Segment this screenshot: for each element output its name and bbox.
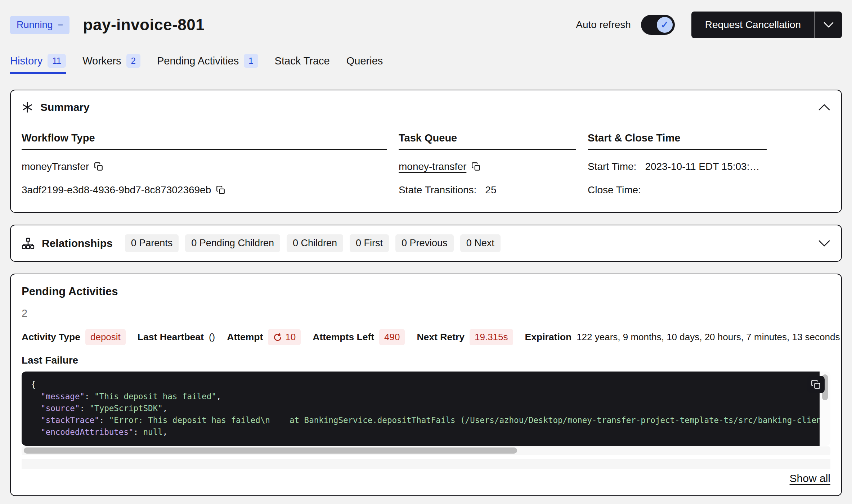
workflow-type-row: moneyTransfer bbox=[22, 160, 387, 174]
copy-button[interactable] bbox=[216, 185, 225, 195]
attempt-badge: 10 bbox=[268, 329, 301, 345]
pending-activities-card: Pending Activities 2 Activity Type depos… bbox=[10, 274, 842, 496]
tab-pending-activities-label: Pending Activities bbox=[157, 55, 239, 67]
attempt-field: Attempt 10 bbox=[227, 329, 301, 345]
json-value: null bbox=[143, 427, 163, 437]
tab-workers-count: 2 bbox=[126, 54, 140, 68]
request-cancellation-split-button: Request Cancellation bbox=[691, 12, 842, 38]
first-badge: 0 First bbox=[350, 234, 389, 252]
status-dash-icon bbox=[58, 24, 63, 26]
code-line bbox=[31, 392, 41, 401]
attempts-left-label: Attempts Left bbox=[313, 332, 374, 343]
json-sep: : bbox=[133, 427, 143, 437]
collapsed-row bbox=[22, 459, 830, 469]
activity-type-label: Activity Type bbox=[22, 332, 80, 343]
children-badge: 0 Children bbox=[287, 234, 343, 252]
times-column: Start & Close Time Start Time: 2023-10-1… bbox=[588, 132, 767, 197]
show-all-link[interactable]: Show all bbox=[790, 472, 830, 484]
next-retry-label: Next Retry bbox=[417, 332, 465, 343]
expiration-value: 122 years, 9 months, 10 days, 20 hours, … bbox=[577, 332, 840, 343]
json-key: "message" bbox=[41, 392, 85, 401]
json-sep: : bbox=[80, 404, 89, 413]
summary-collapse-button[interactable] bbox=[818, 104, 830, 111]
copy-icon bbox=[216, 185, 225, 195]
copy-button[interactable] bbox=[471, 162, 481, 171]
show-all-row: Show all bbox=[22, 472, 830, 485]
summary-title: Summary bbox=[40, 101, 90, 113]
tab-pending-activities[interactable]: Pending Activities 1 bbox=[157, 54, 258, 74]
attempt-value: 10 bbox=[285, 332, 296, 343]
pending-children-badge: 0 Pending Children bbox=[185, 234, 280, 252]
copy-icon bbox=[811, 379, 821, 390]
json-sep: : bbox=[99, 415, 109, 425]
json-key: "stackTrace" bbox=[41, 415, 99, 425]
tab-stack-trace[interactable]: Stack Trace bbox=[275, 54, 330, 74]
json-sep: , bbox=[216, 392, 221, 401]
pending-activity-fields: Activity Type deposit Last Heartbeat () … bbox=[22, 329, 830, 345]
auto-refresh-toggle[interactable]: ✓ bbox=[641, 15, 675, 35]
next-retry-badge: 19.315s bbox=[470, 329, 513, 345]
state-transitions-value: 25 bbox=[485, 184, 496, 196]
status-label: Running bbox=[17, 19, 53, 31]
json-value: "TypeScriptSDK" bbox=[90, 404, 163, 413]
relationships-title: Relationships bbox=[42, 237, 113, 249]
relationships-header[interactable]: Relationships 0 Parents 0 Pending Childr… bbox=[22, 234, 830, 252]
workflow-type-column: Workflow Type moneyTransfer 3adf2199-e3d… bbox=[22, 132, 387, 197]
json-value: "This deposit has failed" bbox=[94, 392, 216, 401]
activity-type-field: Activity Type deposit bbox=[22, 329, 126, 345]
hierarchy-icon bbox=[22, 237, 35, 250]
copy-button[interactable] bbox=[94, 162, 103, 171]
start-time-value: 2023-10-11 EDT 15:03:… bbox=[645, 161, 759, 172]
attempt-label: Attempt bbox=[227, 332, 263, 343]
task-queue-row: money-transfer bbox=[399, 160, 576, 174]
page-title: pay-invoice-801 bbox=[83, 16, 205, 34]
horizontal-scrollbar-thumb[interactable] bbox=[24, 447, 517, 454]
workflow-type-header: Workflow Type bbox=[22, 132, 387, 150]
start-time-row: Start Time: 2023-10-11 EDT 15:03:… bbox=[588, 160, 767, 174]
task-queue-header: Task Queue bbox=[399, 132, 576, 150]
auto-refresh-label: Auto refresh bbox=[576, 19, 631, 31]
retry-icon bbox=[273, 333, 282, 342]
pending-activities-title: Pending Activities bbox=[22, 285, 830, 298]
last-heartbeat-label: Last Heartbeat bbox=[138, 332, 204, 343]
tab-history-count: 11 bbox=[48, 54, 66, 68]
run-id-value: 3adf2199-e3d8-4936-9bd7-8c87302369eb bbox=[22, 184, 211, 196]
json-sep: , bbox=[163, 404, 168, 413]
task-queue-link[interactable]: money-transfer bbox=[399, 161, 466, 172]
state-transitions-label: State Transitions: bbox=[399, 184, 476, 196]
run-id-row: 3adf2199-e3d8-4936-9bd7-8c87302369eb bbox=[22, 183, 387, 197]
request-cancellation-label: Request Cancellation bbox=[705, 19, 801, 31]
tab-queries-label: Queries bbox=[346, 55, 383, 67]
asterisk-icon bbox=[22, 102, 33, 113]
last-failure-code-block: { "message": "This deposit has failed", … bbox=[22, 372, 830, 446]
code-line bbox=[31, 415, 41, 425]
horizontal-scrollbar bbox=[22, 446, 830, 455]
activity-type-badge: deposit bbox=[85, 329, 126, 345]
relationships-expand-button[interactable] bbox=[818, 240, 830, 247]
tab-history-label: History bbox=[10, 55, 42, 67]
attempts-left-badge: 490 bbox=[379, 329, 405, 345]
json-value: "Error: This deposit has failed\n at Ban… bbox=[109, 415, 820, 425]
json-key: "encodedAttributes" bbox=[41, 427, 133, 437]
close-time-row: Close Time: bbox=[588, 183, 767, 197]
code-line bbox=[31, 427, 41, 437]
status-badge: Running bbox=[10, 16, 69, 34]
tab-workers-label: Workers bbox=[82, 55, 121, 67]
code-copy-button[interactable] bbox=[807, 376, 825, 393]
tab-workers[interactable]: Workers 2 bbox=[82, 54, 140, 74]
tab-pending-activities-count: 1 bbox=[244, 54, 258, 68]
json-sep: , bbox=[163, 427, 168, 437]
parents-badge: 0 Parents bbox=[125, 234, 179, 252]
tab-bar: History 11 Workers 2 Pending Activities … bbox=[10, 54, 842, 74]
chevron-down-icon bbox=[818, 240, 830, 247]
relationships-card: Relationships 0 Parents 0 Pending Childr… bbox=[10, 225, 842, 262]
cancellation-menu-button[interactable] bbox=[815, 12, 842, 38]
tab-queries[interactable]: Queries bbox=[346, 54, 383, 74]
workflow-type-value: moneyTransfer bbox=[22, 161, 89, 172]
tab-history[interactable]: History 11 bbox=[10, 54, 66, 74]
request-cancellation-button[interactable]: Request Cancellation bbox=[691, 12, 815, 38]
expiration-label: Expiration bbox=[525, 332, 572, 343]
last-heartbeat-value: () bbox=[209, 332, 215, 343]
copy-icon bbox=[471, 162, 481, 171]
page-header: Running pay-invoice-801 Auto refresh ✓ R… bbox=[10, 12, 842, 38]
